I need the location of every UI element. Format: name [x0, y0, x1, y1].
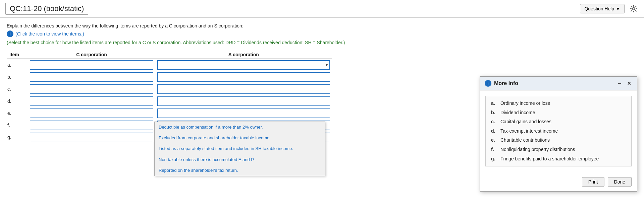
table-row: d. — [7, 95, 332, 107]
modal-footer: Print Done — [480, 177, 637, 191]
s-corp-cell-2 — [155, 83, 332, 95]
c-corp-input-6[interactable] — [30, 133, 153, 142]
col-header-s-corp: S corporation — [155, 51, 332, 59]
s-corp-input-2[interactable] — [157, 84, 330, 94]
row-label-f: f. — [7, 119, 28, 131]
modal-item-label-6: g. — [491, 156, 497, 162]
s-corp-input-4[interactable] — [157, 109, 330, 118]
more-info-modal: i More Info − × a.Ordinary income or los… — [480, 76, 637, 192]
dropdown-option-1[interactable]: Excluded from corporate and shareholder … — [155, 133, 325, 143]
modal-body: a.Ordinary income or lossb.Dividend inco… — [480, 90, 637, 177]
modal-title: More Info — [494, 80, 518, 86]
c-corp-input-1[interactable] — [30, 72, 153, 82]
row-label-g: g. — [7, 131, 28, 143]
s-corp-input-1[interactable] — [157, 72, 330, 82]
dropdown-option-3[interactable]: Non taxable unless there is accumulated … — [155, 154, 325, 165]
modal-item-text-4: Charitable contributions — [500, 137, 550, 144]
col-header-item: Item — [7, 51, 28, 59]
c-corp-cell-6 — [28, 131, 155, 143]
modal-list-box: a.Ordinary income or lossb.Dividend inco… — [485, 96, 632, 166]
header-bar: QC:11-20 (book/static) Question Help ▼ — [0, 0, 644, 18]
modal-list-item-2: c.Capital gains and losses — [491, 119, 626, 125]
select-instruction: (Select the best choice for how the list… — [7, 40, 637, 45]
table-row: c. — [7, 83, 332, 95]
table-row: b. — [7, 71, 332, 83]
modal-list-item-0: a.Ordinary income or loss — [491, 100, 626, 107]
table-row: a.▼ — [7, 59, 332, 71]
s-corp-cell-3 — [155, 95, 332, 107]
s-corp-cell-1 — [155, 71, 332, 83]
dropdown-popup: Deductible as compensation if a more tha… — [154, 122, 325, 176]
c-corp-input-4[interactable] — [30, 109, 153, 118]
c-corp-cell-2 — [28, 83, 155, 95]
c-corp-cell-1 — [28, 71, 155, 83]
c-corp-cell-4 — [28, 107, 155, 119]
modal-list-item-6: g.Fringe benefits paid to a shareholder-… — [491, 156, 626, 162]
modal-header-left: i More Info — [485, 80, 518, 87]
c-corp-cell-0 — [28, 59, 155, 71]
s-corp-cell-0: ▼ — [155, 59, 332, 71]
content-area: Explain the differences between the way … — [0, 18, 644, 153]
modal-list-item-4: e.Charitable contributions — [491, 137, 626, 144]
done-button[interactable]: Done — [608, 177, 632, 187]
modal-item-label-0: a. — [491, 100, 497, 107]
modal-item-text-3: Tax-exempt interest income — [500, 128, 558, 135]
modal-item-label-4: e. — [491, 137, 497, 144]
question-help-button[interactable]: Question Help ▼ — [580, 4, 625, 13]
modal-item-label-5: f. — [491, 146, 497, 153]
question-help-arrow: ▼ — [615, 6, 620, 11]
s-corp-select-0[interactable] — [157, 60, 330, 70]
modal-header: i More Info − × — [480, 77, 637, 90]
dropdown-option-2[interactable]: Listed as a separately stated item and i… — [155, 143, 325, 154]
click-icon-row: i (Click the icon to view the items.) — [7, 30, 637, 37]
modal-item-text-2: Capital gains and losses — [500, 119, 551, 125]
modal-controls: − × — [616, 80, 632, 86]
question-help-label: Question Help — [584, 6, 614, 11]
modal-minimize-button[interactable]: − — [616, 80, 623, 86]
s-corp-select-wrapper-0: ▼ — [157, 60, 330, 70]
col-header-c-corp: C corporation — [28, 51, 155, 59]
modal-item-label-2: c. — [491, 119, 497, 125]
s-corp-cell-4 — [155, 107, 332, 119]
dropdown-option-4[interactable]: Reported on the shareholder's tax return… — [155, 165, 325, 176]
info-icon-button[interactable]: i — [7, 30, 13, 37]
question-text: Explain the differences between the way … — [7, 23, 637, 28]
header-right: Question Help ▼ — [580, 4, 639, 14]
c-corp-cell-3 — [28, 95, 155, 107]
row-label-c: c. — [7, 83, 28, 95]
c-corp-input-3[interactable] — [30, 96, 153, 106]
s-corp-input-3[interactable] — [157, 96, 330, 106]
row-label-e: e. — [7, 107, 28, 119]
modal-close-button[interactable]: × — [626, 80, 632, 86]
modal-item-text-0: Ordinary income or loss — [500, 100, 550, 107]
c-corp-input-0[interactable] — [30, 60, 153, 70]
modal-list-item-1: b.Dividend income — [491, 110, 626, 116]
row-label-d: d. — [7, 95, 28, 107]
dropdown-option-0[interactable]: Deductible as compensation if a more tha… — [155, 122, 325, 133]
gear-icon — [630, 5, 637, 12]
c-corp-cell-5 — [28, 119, 155, 131]
c-corp-input-2[interactable] — [30, 84, 153, 94]
page-title: QC:11-20 (book/static) — [5, 3, 88, 15]
modal-item-label-3: d. — [491, 128, 497, 135]
row-label-a: a. — [7, 59, 28, 71]
c-corp-input-5[interactable] — [30, 121, 153, 130]
modal-list-item-3: d.Tax-exempt interest income — [491, 128, 626, 135]
row-label-b: b. — [7, 71, 28, 83]
modal-item-text-5: Nonliquidating property distributions — [500, 146, 575, 153]
svg-point-0 — [633, 8, 635, 10]
modal-info-icon: i — [485, 80, 491, 87]
click-icon-text: (Click the icon to view the items.) — [15, 31, 84, 37]
modal-item-text-6: Fringe benefits paid to a shareholder-em… — [500, 156, 599, 162]
print-button[interactable]: Print — [582, 177, 604, 187]
settings-button[interactable] — [629, 4, 639, 14]
table-row: e. — [7, 107, 332, 119]
modal-list-item-5: f.Nonliquidating property distributions — [491, 146, 626, 153]
modal-item-label-1: b. — [491, 110, 497, 116]
modal-item-text-1: Dividend income — [500, 110, 535, 116]
